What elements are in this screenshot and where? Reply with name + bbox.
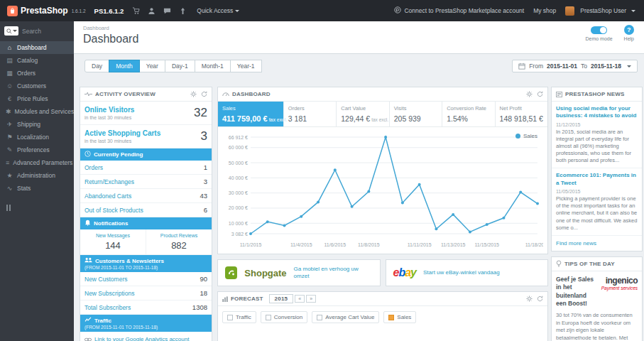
updates-rocket-icon[interactable]	[179, 7, 187, 15]
page-header: Dashboard Dashboard Demo mode ? Help	[74, 21, 644, 54]
forecast-legend-average-cart-value[interactable]: Average Cart Value	[312, 311, 379, 323]
ebay-promo-link[interactable]: Start uw eBay-winkel vandaag	[423, 269, 500, 276]
svg-text:3 082 €: 3 082 €	[231, 232, 248, 237]
clock-icon	[84, 151, 91, 158]
search-input[interactable]	[22, 28, 66, 35]
sidebar-item-localization[interactable]: ⚑Localization	[0, 131, 74, 144]
svg-text:30 000 €: 30 000 €	[229, 190, 248, 195]
filter-button-day-1[interactable]: Day-1	[165, 60, 195, 72]
prestashop-logo-icon	[7, 6, 18, 16]
sidebar-item-catalog[interactable]: ▤Catalog	[0, 54, 74, 67]
sidebar-collapse-button[interactable]	[6, 205, 74, 211]
traffic-header: Traffic (FROM 2015-11-01 TO 2015-11-18)	[80, 315, 212, 332]
svg-text:11/1/2015: 11/1/2015	[240, 242, 262, 247]
svg-text:60 000 €: 60 000 €	[229, 145, 248, 150]
refresh-icon[interactable]	[201, 91, 207, 97]
sidebar-item-dashboard[interactable]: ⌂Dashboard	[0, 41, 74, 54]
sidebar-item-preferences[interactable]: ✎Preferences	[0, 144, 74, 156]
new-customers-row: New Customers90	[80, 272, 212, 286]
sidebar-item-advanced-parameters[interactable]: ≡Advanced Parameters	[0, 156, 74, 169]
quick-access-menu[interactable]: Quick Access	[197, 7, 239, 14]
svg-text:11/8/2015: 11/8/2015	[358, 242, 380, 247]
svg-text:11/4/2015: 11/4/2015	[290, 242, 312, 247]
sidebar-item-stats[interactable]: ∿Stats	[0, 182, 74, 195]
ingenico-logo: ingenico Payment services	[601, 276, 638, 291]
checkbox-icon	[388, 315, 394, 320]
sidebar-item-modules[interactable]: ✱Modules and Services	[0, 105, 74, 118]
svg-text:11/18/2015: 11/18/2015	[525, 242, 543, 247]
bell-icon	[84, 220, 91, 227]
settings-gear-icon[interactable]	[190, 91, 197, 97]
sidebar-item-price-rules[interactable]: €Price Rules	[0, 92, 74, 105]
caret-down-icon	[631, 10, 635, 12]
sidebar-item-administration[interactable]: ★Administration	[0, 169, 74, 182]
news-article-headline[interactable]: Ecommerce 101: Payments in a Tweet	[556, 172, 638, 187]
filter-button-day[interactable]: Day	[84, 60, 109, 72]
metric-tab-cart-value[interactable]: Cart Value129,44 €tax excl.	[337, 102, 389, 126]
news-article-headline[interactable]: Using social media for your business: 4 …	[556, 105, 638, 120]
marketplace-connect-link[interactable]: Connect to PrestaShop Marketplace accoun…	[394, 6, 524, 15]
user-menu[interactable]: PrestaShop User	[565, 6, 635, 16]
sidebar-item-shipping[interactable]: ✈Shipping	[0, 118, 74, 131]
svg-text:20 000 €: 20 000 €	[229, 205, 248, 210]
metric-tab-visits[interactable]: Visits205 939	[390, 102, 442, 126]
filter-button-month-1[interactable]: Month-1	[195, 60, 231, 72]
settings-gear-icon[interactable]	[526, 296, 533, 302]
breadcrumb[interactable]: Dashboard	[74, 21, 109, 31]
help-control: ? Help	[624, 25, 634, 41]
svg-text:11/6/2015: 11/6/2015	[324, 242, 346, 247]
online-visitors-value: 32	[194, 106, 207, 120]
prestashop-logo[interactable]: PrestaShop 1.6.1.2	[0, 6, 93, 16]
refresh-icon[interactable]	[537, 296, 543, 302]
forecast-legend-sales[interactable]: Sales	[383, 311, 416, 323]
metric-tab-conversion-rate[interactable]: Conversion Rate1.54%	[442, 102, 495, 126]
orders-cart-icon[interactable]	[132, 7, 140, 15]
news-article-date: 11/05/2015	[556, 189, 638, 194]
customers-notification-icon[interactable]	[148, 7, 155, 15]
administration-icon: ★	[6, 172, 13, 179]
forecast-prev-button[interactable]: «	[295, 295, 305, 303]
search-type-selector[interactable]	[4, 26, 18, 36]
news-article: Using social media for your business: 4 …	[552, 102, 642, 168]
messages-notification-icon[interactable]	[163, 7, 171, 15]
filter-button-year[interactable]: Year	[139, 60, 165, 72]
forecast-bars-icon	[222, 296, 228, 302]
demo-mode-toggle[interactable]	[591, 26, 607, 34]
dashboard-panel: DASHBOARD Sales411 759,00 €tax excl. Ord…	[217, 87, 548, 254]
settings-gear-icon[interactable]	[526, 91, 533, 97]
shopgate-promo-panel: Shopgate Ga mobiel en verhoog uw omzet	[217, 259, 381, 286]
sidebar-item-customers[interactable]: ☺Customers	[0, 80, 74, 92]
svg-text:10 000 €: 10 000 €	[229, 221, 248, 226]
sidebar-item-orders[interactable]: ▦Orders	[0, 67, 74, 80]
metric-tab-sales[interactable]: Sales411 759,00 €tax excl.	[218, 102, 284, 126]
tip-body: 30 tot 70% van de consumenten in Europa …	[552, 308, 642, 341]
sales-chart-area: Sales 66 912 €60 000 €50 000 €40 000 €30…	[218, 127, 547, 254]
forecast-next-button[interactable]: »	[306, 295, 316, 303]
date-range-picker[interactable]: From2015-11-01 To2015-11-18	[512, 60, 638, 72]
filter-button-month[interactable]: Month	[109, 60, 140, 72]
svg-text:66 912 €: 66 912 €	[229, 135, 248, 140]
forecast-legend-conversion[interactable]: Conversion	[261, 311, 307, 323]
tip-headline: Geef je Sales in het buitenland een Boos…	[556, 276, 597, 308]
panel-title: ACTIVITY OVERVIEW	[95, 91, 155, 97]
tip-header: Geef je Sales in het buitenland een Boos…	[552, 271, 642, 308]
shopgate-promo-link[interactable]: Ga mobiel en verhoog uw omzet	[294, 266, 373, 279]
filter-button-year-1[interactable]: Year-1	[230, 60, 262, 72]
forecast-legend-traffic[interactable]: Traffic	[222, 311, 256, 323]
brand-name: PrestaShop	[21, 6, 68, 16]
legend-dot-sales	[515, 134, 520, 139]
google-analytics-link[interactable]: Link to your Google Analytics account	[94, 336, 189, 341]
new-messages-cell[interactable]: New Messages144	[80, 229, 146, 254]
active-carts-stat: Active Shopping Cartsin the last 30 minu…	[80, 125, 212, 148]
shop-name-link[interactable]: PS1.6.1.2	[94, 7, 124, 15]
ebay-logo: ebay	[393, 266, 417, 279]
dashboard-content: Day Month Year Day-1 Month-1 Year-1 From…	[74, 54, 644, 341]
refresh-icon[interactable]	[537, 91, 543, 97]
forecast-year-selector[interactable]: 2015	[269, 294, 294, 303]
metric-tab-orders[interactable]: Orders3 181	[284, 102, 337, 126]
my-shop-link[interactable]: My shop	[533, 7, 556, 14]
find-more-news-link[interactable]: Find more news	[552, 236, 642, 251]
help-icon[interactable]: ?	[624, 25, 634, 35]
product-reviews-cell[interactable]: Product Reviews882	[146, 229, 212, 254]
metric-tab-net-profit[interactable]: Net Profit148 918,51 €	[496, 102, 547, 126]
